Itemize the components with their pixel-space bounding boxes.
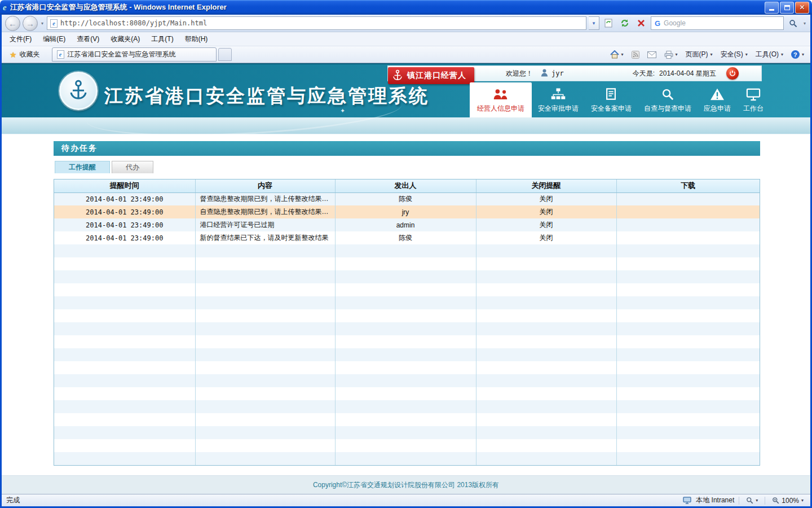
nav-item-safety-record[interactable]: 安全备案申请 (585, 85, 638, 117)
menu-edit[interactable]: 编辑(E) (37, 33, 71, 46)
maximize-button[interactable] (780, 2, 794, 14)
stop-button[interactable] (634, 16, 648, 30)
home-button[interactable]: ▾ (607, 49, 627, 60)
web-page: 江苏省港口安全监管与应急管理系统 ✦ 镇江港口经营人 欢迎您！ jyr (2, 63, 810, 494)
cell-content: 督查隐患整改期限已到，请上传整改结果… (195, 192, 335, 205)
cell-content: 港口经营许可证号已过期 (195, 218, 335, 231)
date-value: 2014-04-04 星期五 (659, 69, 716, 78)
table-header-row: 提醒时间 内容 发出人 关闭提醒 下载 (54, 179, 760, 192)
mail-icon (647, 51, 656, 58)
feeds-button[interactable] (628, 49, 643, 60)
chevron-down-icon: ▾ (621, 52, 624, 57)
username: jyr (551, 69, 564, 77)
menu-help[interactable]: 帮助(H) (179, 33, 214, 46)
cell-sender: 陈俊 (335, 231, 476, 244)
menu-view[interactable]: 查看(V) (71, 33, 105, 46)
column-header-time: 提醒时间 (54, 179, 195, 192)
zoom-control[interactable]: 100% ▾ (770, 496, 806, 505)
nav-label: 自查与督查申请 (644, 104, 691, 113)
cell-time: 2014-04-01 23:49:00 (54, 218, 195, 231)
help-button[interactable]: ? ▾ (788, 49, 807, 60)
search-dropdown[interactable]: ▾ (802, 20, 807, 27)
safety-menu-label: 安全(S) (721, 50, 743, 59)
nav-item-safety-approval[interactable]: 安全审批申请 (532, 85, 585, 117)
read-mail-button[interactable] (644, 50, 660, 60)
nav-label: 应急申请 (704, 104, 731, 113)
window-controls: ✕ (765, 2, 809, 14)
column-header-sender: 发出人 (335, 179, 476, 192)
forward-icon: → (26, 19, 34, 28)
menu-file[interactable]: 文件(F) (4, 33, 37, 46)
cell-sender: admin (335, 218, 476, 231)
tab-work-reminder[interactable]: 工作提醒 (55, 161, 110, 173)
browser-tab[interactable]: e 江苏省港口安全监管与应急管理系统 (52, 47, 217, 62)
safety-menu-button[interactable]: 安全(S) ▾ (717, 48, 751, 61)
user-icon (541, 69, 548, 78)
cell-time: 2014-04-01 23:49:00 (54, 192, 195, 205)
page-menu-label: 页面(P) (686, 50, 708, 59)
cell-download (616, 205, 760, 218)
close-reminder-link[interactable]: 关闭 (540, 234, 553, 242)
date-label: 今天是: (633, 69, 655, 78)
printer-icon (664, 51, 673, 59)
cell-download (616, 231, 760, 244)
logout-button[interactable] (726, 67, 739, 80)
cell-download (616, 218, 760, 231)
address-field: e (47, 16, 586, 30)
status-text: 完成 (6, 496, 20, 505)
workbench-icon (746, 87, 761, 101)
menu-tools[interactable]: 工具(T) (145, 33, 179, 46)
close-reminder-link[interactable]: 关闭 (540, 208, 553, 216)
compatibility-view-button[interactable] (602, 16, 616, 30)
minimize-button[interactable] (765, 2, 779, 14)
refresh-button[interactable] (618, 16, 632, 30)
close-button[interactable]: ✕ (795, 2, 809, 14)
nav-item-emergency[interactable]: 应急申请 (698, 85, 737, 117)
intranet-zone-icon (683, 497, 691, 504)
table-row-empty (54, 309, 760, 322)
main-nav: 经营人信息申请 安全审批申请 安全备案申请 (470, 82, 770, 117)
column-header-close: 关闭提醒 (476, 179, 616, 192)
page-zoom-menu[interactable]: ▾ (744, 496, 760, 505)
chevron-down-icon: ▾ (781, 52, 783, 57)
favorites-button[interactable]: ★ 收藏夹 (5, 48, 45, 61)
nav-item-operator-info[interactable]: 经营人信息申请 (470, 82, 532, 117)
close-reminder-link[interactable]: 关闭 (540, 195, 553, 203)
search-box: G (651, 16, 784, 30)
refresh-icon (620, 19, 629, 28)
search-input[interactable] (664, 19, 780, 27)
table-row-empty (54, 452, 760, 465)
back-button[interactable]: ← (5, 16, 20, 31)
panel-tabs: 工作提醒 代办 (54, 161, 760, 173)
history-dropdown[interactable]: ▾ (40, 20, 45, 27)
forward-button[interactable]: → (23, 16, 38, 31)
tools-menu-button[interactable]: 工具(O) ▾ (752, 48, 787, 61)
maximize-icon (784, 5, 790, 10)
menu-favorites[interactable]: 收藏夹(A) (105, 33, 145, 46)
chevron-down-icon: ▾ (801, 498, 804, 503)
url-dropdown[interactable]: ▾ (589, 16, 599, 30)
search-button[interactable] (786, 16, 800, 30)
table-row-empty (54, 283, 760, 296)
panel-title: 待办任务 (54, 141, 760, 156)
separator (739, 497, 739, 505)
table-row: 2014-04-01 23:49:00 自查隐患整改期限已到，请上传整改结果… … (54, 205, 760, 218)
feed-icon (632, 51, 639, 59)
nav-item-inspection[interactable]: 自查与督查申请 (638, 85, 698, 117)
help-icon: ? (791, 50, 800, 59)
stop-icon (637, 19, 645, 27)
secondary-nav-band (2, 117, 810, 134)
new-tab-stub[interactable] (218, 48, 232, 61)
table-row-empty (54, 361, 760, 374)
power-icon (729, 70, 736, 77)
print-button[interactable]: ▾ (661, 49, 681, 60)
nav-item-workbench[interactable]: 工作台 (737, 85, 770, 117)
close-reminder-link[interactable]: 关闭 (540, 221, 553, 229)
todo-panel: 待办任务 工作提醒 代办 提醒时间 (54, 141, 760, 466)
zoom-icon (772, 497, 779, 504)
tab-todo[interactable]: 代办 (112, 161, 153, 173)
window-body: ← → ▾ e ▾ G ▾ (0, 15, 812, 508)
url-input[interactable] (60, 19, 583, 27)
page-menu-button[interactable]: 页面(P) ▾ (682, 48, 716, 61)
cell-sender: 陈俊 (335, 192, 476, 205)
